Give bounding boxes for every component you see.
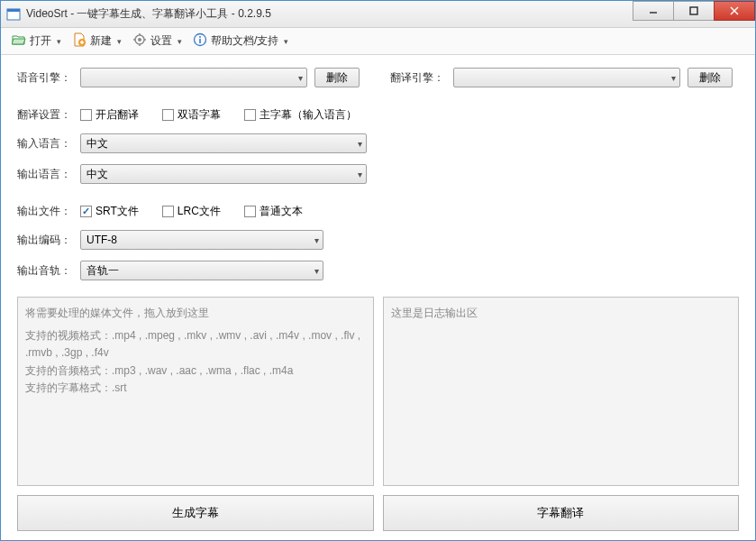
svg-rect-3 [690,7,697,14]
output-file-label: 输出文件： [17,204,73,219]
bottom-buttons: 生成字幕 字幕翻译 [17,495,739,531]
speech-engine-select[interactable] [80,68,307,87]
output-track-select[interactable]: 音轨一 [80,261,323,280]
txt-label: 普通文本 [260,204,303,219]
toolbar: 打开 ▾ 新建 ▾ 设置 ▾ 帮助文档/支持 ▾ [1,28,755,55]
output-track-row: 输出音轨： 音轨一 [17,261,739,280]
toolbar-help[interactable]: 帮助文档/支持 ▾ [189,30,292,52]
app-window: VideoSrt - 一键字幕生成、字幕翻译小工具 - 0.2.9.5 打开 ▾ [0,0,756,541]
content-area: 语音引擎： 删除 翻译引擎： 删除 翻译设置： 开启翻译 双语字幕 [1,55,755,540]
main-sub-label: 主字幕（输入语言） [260,107,357,123]
window-title: VideoSrt - 一键字幕生成、字幕翻译小工具 - 0.2.9.5 [26,6,633,22]
chevron-down-icon: ▾ [117,37,122,46]
translate-settings-label: 翻译设置： [17,107,73,123]
minimize-button[interactable] [633,1,674,21]
input-lang-row: 输入语言： 中文 [17,133,739,153]
dropzone-subtitle-formats: 支持的字幕格式：.srt [25,380,366,397]
output-encoding-row: 输出编码： UTF-8 [17,230,739,250]
dropzone-panel[interactable]: 将需要处理的媒体文件，拖入放到这里 支持的视频格式：.mp4 , .mpeg ,… [17,297,374,486]
translate-subtitles-button[interactable]: 字幕翻译 [383,495,740,531]
svg-line-4 [731,7,738,14]
svg-line-5 [731,7,738,14]
translate-engine-select[interactable] [453,68,680,87]
file-new-icon [72,32,87,50]
translate-engine-label: 翻译引擎： [390,70,446,86]
bilingual-label: 双语字幕 [178,107,221,123]
txt-checkbox[interactable] [244,206,256,217]
output-track-label: 输出音轨： [17,263,73,279]
translate-settings-row: 翻译设置： 开启翻译 双语字幕 主字幕（输入语言） [17,107,739,123]
speech-engine-label: 语音引擎： [17,70,73,86]
output-encoding-select[interactable]: UTF-8 [80,230,323,250]
panels: 将需要处理的媒体文件，拖入放到这里 支持的视频格式：.mp4 , .mpeg ,… [17,297,739,486]
enable-translate-checkbox[interactable] [80,109,92,121]
speech-engine-delete-button[interactable]: 删除 [314,68,360,87]
output-lang-select[interactable]: 中文 [80,164,367,184]
generate-subtitles-button[interactable]: 生成字幕 [17,495,374,531]
output-lang-row: 输出语言： 中文 [17,164,739,184]
chevron-down-icon: ▾ [57,37,61,46]
maximize-button[interactable] [673,1,715,21]
dropzone-hint: 将需要处理的媒体文件，拖入放到这里 [25,305,366,322]
input-lang-label: 输入语言： [17,136,73,151]
info-icon [193,32,207,50]
chevron-down-icon: ▾ [284,37,288,46]
svg-rect-17 [199,39,201,43]
svg-rect-1 [7,9,20,12]
svg-point-10 [138,38,141,41]
output-encoding-label: 输出编码： [17,233,73,248]
output-lang-label: 输出语言： [17,167,73,182]
log-panel: 这里是日志输出区 [383,297,740,486]
gear-icon [132,32,147,50]
log-hint: 这里是日志输出区 [391,305,732,322]
lrc-label: LRC文件 [178,204,221,219]
toolbar-new[interactable]: 新建 ▾ [68,30,125,52]
chevron-down-icon: ▾ [178,37,182,46]
enable-translate-label: 开启翻译 [96,107,139,123]
input-lang-select[interactable]: 中文 [80,133,367,153]
titlebar: VideoSrt - 一键字幕生成、字幕翻译小工具 - 0.2.9.5 [1,1,755,28]
main-sub-checkbox[interactable] [244,109,256,121]
window-controls [633,1,755,27]
folder-open-icon [12,32,26,50]
close-button[interactable] [714,1,755,21]
srt-label: SRT文件 [96,204,139,219]
svg-point-16 [199,36,201,38]
srt-checkbox[interactable] [80,206,92,217]
toolbar-settings[interactable]: 设置 ▾ [129,30,186,52]
dropzone-audio-formats: 支持的音频格式：.mp3 , .wav , .aac , .wma , .fla… [25,362,366,380]
translate-engine-delete-button[interactable]: 删除 [688,68,733,87]
app-icon [6,7,21,22]
lrc-checkbox[interactable] [162,206,174,217]
toolbar-open[interactable]: 打开 ▾ [8,30,65,52]
output-file-row: 输出文件： SRT文件 LRC文件 普通文本 [17,204,739,219]
engine-row: 语音引擎： 删除 翻译引擎： 删除 [17,68,739,87]
dropzone-video-formats: 支持的视频格式：.mp4 , .mpeg , .mkv , .wmv , .av… [25,327,366,362]
bilingual-checkbox[interactable] [162,109,174,121]
